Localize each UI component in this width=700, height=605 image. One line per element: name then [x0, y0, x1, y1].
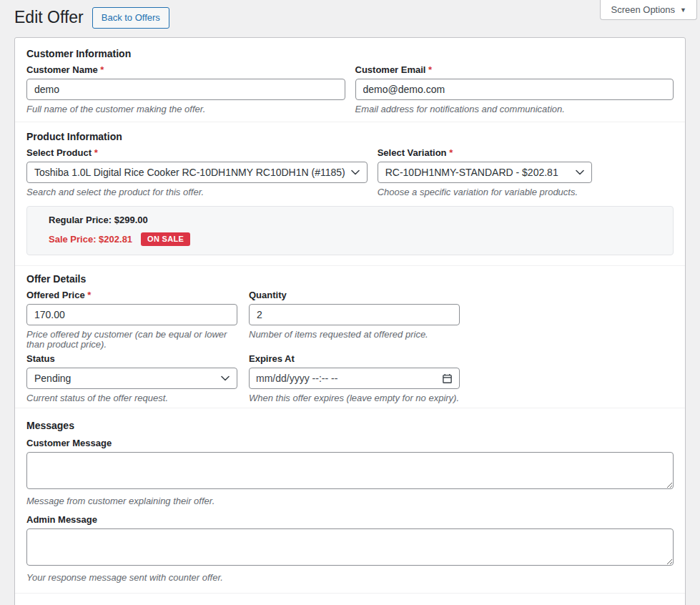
admin-message-help: Your response message sent with counter …: [26, 573, 674, 583]
select-variation-field: Select Variation * RC-10DH1NMY-STANDARD …: [378, 148, 674, 197]
customer-message-field: Customer Message Message from customer e…: [26, 438, 674, 506]
select-product-label: Select Product *: [26, 148, 368, 158]
offered-price-label: Offered Price *: [26, 290, 237, 300]
offered-price-input[interactable]: [26, 304, 237, 325]
offer-details-heading: Offer Details: [26, 273, 674, 285]
expires-at-label: Expires At: [249, 354, 460, 364]
customer-name-label: Customer Name *: [26, 65, 345, 75]
expires-at-placeholder: mm/dd/yyyy --:-- --: [256, 373, 337, 384]
messages-heading: Messages: [26, 420, 674, 431]
customer-name-field: Customer Name * Full name of the custome…: [26, 65, 345, 114]
quantity-help: Number of items requested at offered pri…: [249, 330, 460, 340]
screen-options-label: Screen Options: [611, 4, 675, 15]
status-select-value: Pending: [34, 373, 71, 384]
back-to-offers-button[interactable]: Back to Offers: [92, 7, 169, 29]
customer-email-label: Customer Email *: [355, 65, 674, 75]
customer-email-input[interactable]: [355, 79, 674, 100]
form-actions: Update Offer Cancel: [15, 594, 685, 605]
variation-select[interactable]: RC-10DH1NMY-STANDARD - $202.81: [378, 162, 592, 183]
variation-select-value: RC-10DH1NMY-STANDARD - $202.81: [385, 167, 558, 178]
select-variation-help: Choose a specific variation for variable…: [378, 187, 674, 197]
select-product-help: Search and select the product for this o…: [26, 187, 368, 197]
status-label: Status: [26, 354, 237, 364]
chevron-down-icon: ▼: [680, 6, 686, 14]
quantity-input[interactable]: [249, 304, 460, 325]
chevron-down-icon: [576, 169, 584, 175]
customer-name-input[interactable]: [26, 79, 345, 100]
status-select[interactable]: Pending: [26, 368, 237, 389]
customer-message-help: Message from customer explaining their o…: [26, 496, 674, 506]
required-asterisk: *: [449, 147, 453, 158]
edit-offer-form-card: Customer Information Customer Name * Ful…: [14, 37, 686, 605]
status-help: Current status of the offer request.: [26, 393, 237, 403]
customer-email-field: Customer Email * Email address for notif…: [355, 65, 674, 114]
quantity-label: Quantity: [249, 290, 460, 300]
required-asterisk: *: [100, 64, 104, 75]
customer-name-help: Full name of the customer making the off…: [26, 104, 345, 114]
offer-details-section: Offer Details Offered Price * Price offe…: [15, 266, 685, 408]
page-header: Edit Offer Back to Offers: [0, 0, 700, 29]
quantity-field: Quantity Number of items requested at of…: [249, 290, 460, 350]
customer-message-textarea[interactable]: [26, 452, 674, 489]
required-asterisk: *: [87, 290, 91, 300]
product-select[interactable]: Toshiba 1.0L Digital Rice Cooker RC-10DH…: [26, 162, 368, 183]
messages-section: Messages Customer Message Message from c…: [15, 408, 685, 594]
product-price-info-box: Regular Price: $299.00 Sale Price: $202.…: [26, 206, 674, 255]
sale-price-text: Sale Price: $202.81: [49, 234, 132, 245]
page-title: Edit Offer: [14, 7, 84, 29]
product-select-value: Toshiba 1.0L Digital Rice Cooker RC-10DH…: [34, 167, 345, 178]
sale-price-row: Sale Price: $202.81 ON SALE: [49, 232, 651, 246]
status-field: Status Pending Current status of the off…: [26, 354, 237, 403]
select-variation-label: Select Variation *: [378, 148, 674, 158]
customer-information-section: Customer Information Customer Name * Ful…: [15, 38, 685, 122]
on-sale-badge: ON SALE: [141, 232, 190, 246]
customer-message-label: Customer Message: [26, 438, 674, 448]
customer-email-help: Email address for notifications and comm…: [355, 104, 674, 114]
offered-price-help: Price offered by customer (can be equal …: [26, 330, 237, 350]
chevron-down-icon: [351, 169, 360, 175]
required-asterisk: *: [428, 64, 432, 75]
regular-price-text: Regular Price: $299.00: [49, 215, 651, 225]
customer-information-heading: Customer Information: [26, 48, 674, 59]
product-information-heading: Product Information: [26, 131, 674, 142]
screen-options-tab[interactable]: Screen Options ▼: [600, 0, 697, 20]
required-asterisk: *: [94, 147, 98, 158]
admin-message-label: Admin Message: [26, 515, 674, 525]
select-product-field: Select Product * Toshiba 1.0L Digital Ri…: [26, 148, 368, 197]
offered-price-field: Offered Price * Price offered by custome…: [26, 290, 237, 350]
admin-message-field: Admin Message Your response message sent…: [26, 515, 674, 583]
chevron-down-icon: [221, 375, 230, 381]
admin-message-textarea[interactable]: [26, 528, 674, 566]
calendar-icon: [442, 373, 453, 384]
expires-at-help: When this offer expires (leave empty for…: [249, 393, 460, 403]
product-information-section: Product Information Select Product * Tos…: [15, 122, 685, 266]
expires-at-field: Expires At mm/dd/yyyy --:-- -- When this…: [249, 354, 460, 403]
expires-at-input[interactable]: mm/dd/yyyy --:-- --: [249, 368, 460, 389]
